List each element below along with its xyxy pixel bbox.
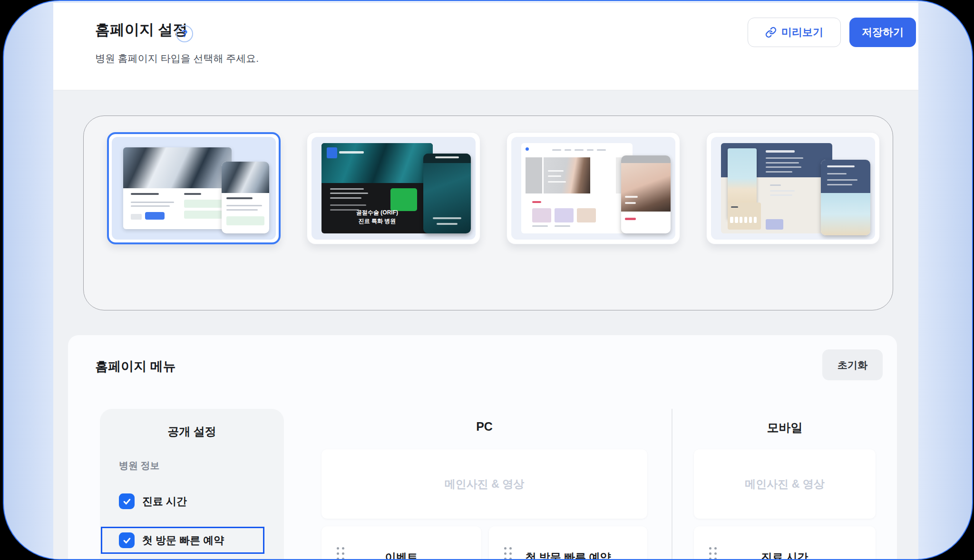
help-glyph: ? bbox=[181, 28, 187, 40]
template-thumbnail bbox=[112, 137, 276, 240]
help-icon[interactable]: ? bbox=[176, 25, 193, 42]
pc-menu-item-label: 첫 방문 빠른 예약 bbox=[489, 550, 647, 559]
preview-button-label: 미리보기 bbox=[781, 25, 823, 39]
checkbox-row-treatment-hours: 진료 시간 bbox=[119, 493, 187, 509]
pc-main-media-placeholder: 메인사진 & 영상 bbox=[445, 477, 524, 492]
template-caption: 골절수술 (ORIF) 진료 특화 병원 bbox=[321, 208, 433, 225]
page-content: 홈페이지 설정 ? 병원 홈페이지 타입을 선택해 주세요. 미리보기 저장하기 bbox=[53, 3, 918, 559]
template-thumbnail bbox=[711, 137, 875, 240]
template-thumbnail bbox=[511, 137, 675, 240]
homepage-settings-screen: 홈페이지 설정 ? 병원 홈페이지 타입을 선택해 주세요. 미리보기 저장하기 bbox=[0, 0, 974, 560]
page-header: 홈페이지 설정 ? 병원 홈페이지 타입을 선택해 주세요. 미리보기 저장하기 bbox=[53, 3, 918, 90]
link-icon bbox=[765, 27, 777, 38]
checkbox-label: 진료 시간 bbox=[142, 494, 187, 509]
page-title: 홈페이지 설정 bbox=[95, 20, 188, 40]
template-card-dark-surgery[interactable]: 골절수술 (ORIF) 진료 특화 병원 bbox=[307, 132, 480, 244]
page-subtitle: 병원 홈페이지 타입을 선택해 주세요. bbox=[95, 52, 259, 65]
pc-column-title: PC bbox=[321, 420, 647, 434]
pc-menu-item-label: 이벤트 bbox=[321, 550, 481, 559]
checkbox-row-first-visit-booking: 첫 방문 빠른 예약 bbox=[119, 532, 224, 548]
mobile-main-media-slot[interactable]: 메인사진 & 영상 bbox=[694, 449, 876, 519]
visibility-settings-panel: 공개 설정 병원 정보 진료 시간 bbox=[100, 409, 284, 559]
mobile-menu-item-treatment-hours[interactable]: 진료 시간 bbox=[694, 526, 876, 559]
visibility-title: 공개 설정 bbox=[100, 424, 284, 439]
mobile-column-title: 모바일 bbox=[694, 420, 876, 435]
mobile-menu-item-label: 진료 시간 bbox=[694, 550, 876, 559]
reset-button-label: 초기화 bbox=[838, 358, 867, 372]
hospital-info-group-label: 병원 정보 bbox=[119, 459, 160, 472]
pc-menu-item-first-visit-booking[interactable]: 첫 방문 빠른 예약 bbox=[489, 526, 647, 559]
first-visit-booking-checkbox[interactable] bbox=[119, 532, 135, 548]
check-icon bbox=[122, 536, 132, 545]
check-icon bbox=[122, 497, 132, 506]
column-divider bbox=[672, 409, 672, 559]
template-thumbnail: 골절수술 (ORIF) 진료 특화 병원 bbox=[312, 137, 476, 240]
pc-menu-item-event[interactable]: 이벤트 bbox=[321, 526, 481, 559]
treatment-hours-checkbox[interactable] bbox=[119, 493, 135, 509]
window-frame: 홈페이지 설정 ? 병원 홈페이지 타입을 선택해 주세요. 미리보기 저장하기 bbox=[3, 0, 973, 560]
save-button-label: 저장하기 bbox=[862, 25, 904, 39]
preview-button[interactable]: 미리보기 bbox=[748, 18, 841, 47]
save-button[interactable]: 저장하기 bbox=[849, 18, 916, 47]
template-card-beauty-light[interactable] bbox=[506, 132, 680, 244]
pc-main-media-slot[interactable]: 메인사진 & 영상 bbox=[321, 449, 647, 519]
menu-heading: 홈페이지 메뉴 bbox=[95, 358, 176, 375]
checkbox-label: 첫 방문 빠른 예약 bbox=[142, 533, 224, 548]
homepage-menu-card: 홈페이지 메뉴 초기화 공개 설정 병원 정보 진료 시간 bbox=[68, 335, 897, 559]
mobile-main-media-placeholder: 메인사진 & 영상 bbox=[745, 477, 824, 492]
reset-button[interactable]: 초기화 bbox=[822, 349, 883, 380]
template-card-clinic-blue[interactable] bbox=[107, 132, 281, 244]
template-card-pediatric-navy[interactable] bbox=[706, 132, 880, 244]
